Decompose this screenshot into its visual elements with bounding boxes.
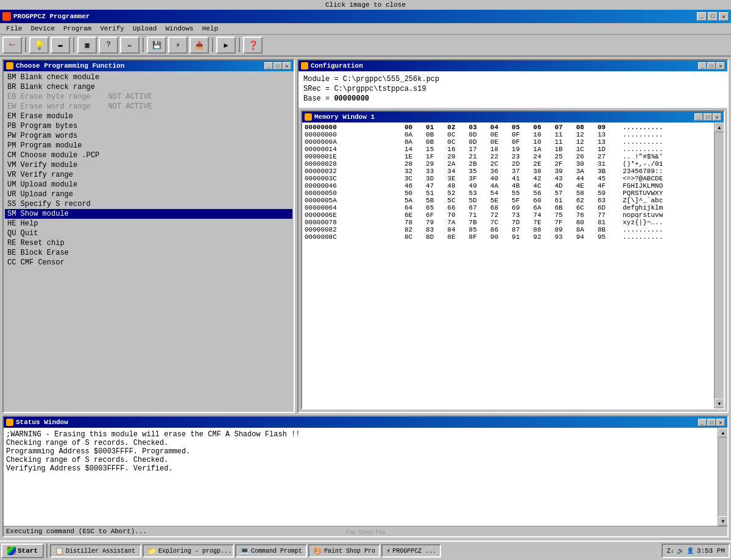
config-minimize-btn[interactable]: _ [698,62,707,69]
menu-item-BM[interactable]: BM Blank check module [5,73,292,82]
menu-verify[interactable]: Verify [96,24,128,33]
sys-icon-2: 🔊 [676,547,685,555]
memory-header-addr: 00000000 [303,124,403,131]
memory-row: 0000002828292A2B2C2D2E2F3031()*+,-./01 [303,160,713,168]
status-line: Checking range of S records. Checked. [6,456,715,464]
start-icon [7,547,16,555]
memory-close-btn[interactable]: ✕ [713,113,721,121]
menu-help[interactable]: Help [199,24,222,33]
scroll-track[interactable] [715,132,724,399]
status-line: Checking range of S records. Checked. [6,439,715,447]
status-close-btn[interactable]: ✕ [716,419,725,426]
memory-maximize-btn[interactable]: □ [704,113,712,121]
scroll-down-btn[interactable]: ▼ [715,399,724,408]
separator-5 [239,38,240,52]
taskbar-progppcz[interactable]: ⚡ PROGPPCZ ... [381,544,441,558]
memory-header-08: 08 [575,124,596,131]
memory-header-03: 03 [468,124,489,131]
menu-item-RE[interactable]: RE Reset chip [5,238,292,248]
start-label: Start [18,547,38,555]
export-button[interactable]: 📤 [189,37,209,54]
memory-header-07: 07 [554,124,575,131]
start-button[interactable]: Start [1,544,44,558]
run-button[interactable]: ▶ [216,37,236,54]
left-panel-content: BM Blank check module BR Blank check ran… [4,71,294,412]
cmdprompt-label: Command Prompt [251,548,302,555]
cmdprompt-icon: 💻 [240,547,249,556]
taskbar-cmdprompt[interactable]: 💻 Command Prompt [235,544,307,558]
config-module: Module = C:\prgppc\555_256k.pcp [303,75,722,83]
taskbar: Start 📋 Distiller Assistant ... 📁 Explor… [0,541,731,560]
menu-item-VM[interactable]: VM Verify module [5,160,292,170]
pencil-button[interactable]: ✏ [120,37,139,54]
memory-minimize-btn[interactable]: _ [694,113,703,121]
flash-button[interactable]: ⚡ [168,37,188,54]
menu-item-UM[interactable]: UM Upload module [5,180,292,190]
question-button[interactable]: ❓ [243,37,263,54]
status-icon [6,419,13,426]
memory-header-02: 02 [446,124,467,131]
menu-windows[interactable]: Windows [161,24,197,33]
maximize-button[interactable]: □ [708,12,718,21]
menu-device[interactable]: Device [27,24,58,33]
status-title: Status Window [16,419,68,426]
programming-menu-list: BM Blank check module BR Blank check ran… [5,73,292,268]
menu-item-BE[interactable]: BE Block Erase [5,248,292,258]
menu-item-EW[interactable]: EW Erase word range NOT ACTIVE [5,102,292,112]
paintshop-icon: 🎨 [313,547,322,556]
taskbar-icons: Z↓ 🔊 👤 [666,547,694,555]
config-maximize-btn[interactable]: □ [707,62,716,69]
distiller-label: Distiller Assistant ... [66,548,141,555]
status-line: ;WARNING - Erasing this module will eras… [6,430,715,439]
taskbar-paintshop[interactable]: 🎨 Paint Shop Pro [308,544,380,558]
minus-button[interactable]: ▬ [51,37,70,54]
back-button[interactable]: ← [2,37,22,54]
menu-item-PW[interactable]: PW Program words [5,131,292,141]
sys-icon-3: 👤 [686,547,694,555]
menu-item-QU[interactable]: QU Quit [5,229,292,238]
close-button[interactable]: ✕ [719,12,729,21]
grid-button[interactable]: ▦ [77,37,97,54]
status-content: ;WARNING - Erasing this module will eras… [4,428,718,526]
main-area: Choose Programming Function _ □ ✕ BM Bla… [0,57,731,540]
separator-4 [212,38,213,52]
light-button[interactable]: 💡 [29,37,49,54]
menu-program[interactable]: Program [60,24,95,33]
menu-upload[interactable]: Upload [129,24,161,33]
menu-item-SS[interactable]: SS Specify S record [5,199,292,209]
taskbar-distiller[interactable]: 📋 Distiller Assistant ... [50,544,141,558]
menu-item-EM[interactable]: EM Erase module [5,112,292,121]
status-maximize-btn[interactable]: □ [707,419,716,426]
status-title-bar: Status Window _ □ ✕ [4,417,727,428]
left-maximize-btn[interactable]: □ [274,62,282,69]
menu-file[interactable]: File [2,24,26,33]
status-scroll-track[interactable] [718,438,727,516]
menu-item-CM[interactable]: CM Choose module .PCP [5,151,292,160]
save-button[interactable]: 💾 [147,37,166,54]
taskbar-separator [46,544,48,558]
menu-item-EB[interactable]: EB Erase byte range NOT ACTIVE [5,92,292,102]
scroll-up-btn[interactable]: ▲ [715,122,724,132]
menu-item-CC[interactable]: CC CMF Censor [5,258,292,268]
memory-row: 000000000A0B0C0D0E0F10111213.......... [303,131,713,138]
minimize-button[interactable]: _ [697,12,707,21]
menu-item-PM[interactable]: PM Program module [5,141,292,151]
status-scroll-up[interactable]: ▲ [718,428,727,438]
status-minimize-btn[interactable]: _ [698,419,707,426]
menu-item-UR[interactable]: UR Upload range [5,190,292,199]
app-icon [2,12,11,21]
memory-header-00: 00 [403,124,425,131]
menu-item-HE[interactable]: HE Help [5,219,292,229]
left-minimize-btn[interactable]: _ [264,62,273,69]
menu-item-VR[interactable]: VR Verify range [5,170,292,180]
left-close-btn[interactable]: ✕ [283,62,291,69]
help2-button[interactable]: ? [99,37,118,54]
menu-item-SM[interactable]: SM Show module [5,209,292,219]
status-scroll-down[interactable]: ▼ [718,516,727,526]
config-close-btn[interactable]: ✕ [716,62,725,69]
distiller-icon: 📋 [55,547,64,556]
menu-item-BR[interactable]: BR Blank check range [5,82,292,92]
menu-item-PB[interactable]: PB Program bytes [5,121,292,131]
taskbar-exploring[interactable]: 📁 Exploring - progp... [143,544,234,558]
memory-row: 0000003232333435363738393A3B23456789:: [303,168,713,175]
